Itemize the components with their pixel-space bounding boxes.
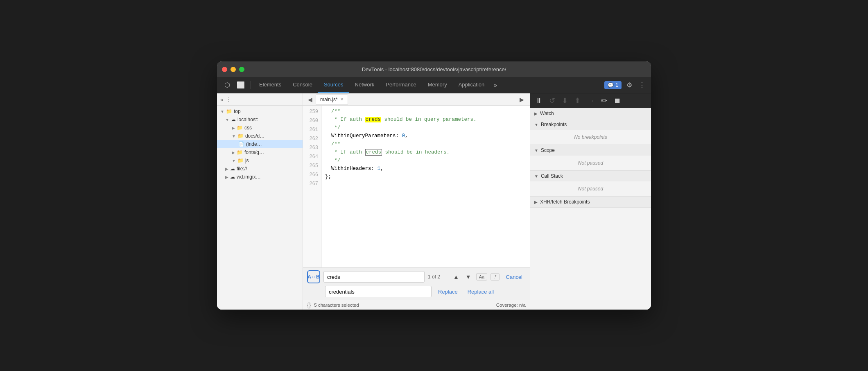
window-title: DevTools - localhost:8080/docs/devtools/… — [362, 66, 506, 72]
tree-item-localhost[interactable]: ▼ ☁ localhost: — [217, 115, 303, 124]
pause-button[interactable]: ⏸ — [533, 96, 544, 106]
no-breakpoints-text: No breakpoints — [574, 134, 607, 140]
step-into-button[interactable]: ⬇ — [560, 95, 570, 106]
call-stack-content: Not paused — [530, 181, 651, 196]
tree-item-docs[interactable]: ▼ 📁 docs/d… — [217, 132, 303, 140]
code-line-266: WithinHeaders: 1, — [325, 165, 527, 173]
find-replace-toggle-button[interactable]: A↔B — [307, 270, 320, 283]
badge-count: 1 — [615, 82, 618, 88]
call-stack-section-header[interactable]: ▼ Call Stack — [530, 171, 651, 181]
prev-match-button[interactable]: ▲ — [452, 273, 461, 281]
minimize-button[interactable] — [231, 67, 236, 72]
right-panel: ⏸ ↺ ⬇ ⬆ → ✏ ⏹ ▶ Watch — [530, 93, 651, 310]
step-button[interactable]: → — [585, 96, 596, 106]
step-over-button[interactable]: ↺ — [547, 95, 557, 106]
device-toggle-button[interactable]: ⬜ — [233, 79, 248, 90]
tree-item-top[interactable]: ▼ 📁 top — [217, 107, 303, 115]
coverage-status: Coverage: n/a — [496, 303, 526, 308]
cloud-icon: ☁ — [230, 166, 235, 172]
line-num-265: 265 — [303, 161, 321, 170]
run-script-button[interactable]: ▶ — [517, 95, 527, 104]
breakpoints-section-header[interactable]: ▼ Breakpoints — [530, 119, 651, 130]
tree-item-fonts[interactable]: ▶ 📁 fonts/g… — [217, 148, 303, 156]
tree-label: file:// — [237, 166, 247, 172]
traffic-lights — [222, 67, 244, 72]
tab-network[interactable]: Network — [349, 77, 380, 93]
chat-icon: 💬 — [608, 82, 614, 88]
file-tree-sidebar: « ⋮ ▼ 📁 top ▼ ☁ localhost: ▶ — [217, 93, 303, 310]
tree-label: css — [244, 125, 252, 131]
case-sensitive-button[interactable]: Aa — [476, 273, 487, 281]
tab-application[interactable]: Application — [453, 77, 491, 93]
call-stack-arrow-icon: ▼ — [534, 174, 538, 179]
arrow-icon: ▼ — [232, 134, 236, 138]
right-panel-sections: ▶ Watch ▼ Breakpoints No breakpoints — [530, 108, 651, 310]
cloud-icon: ☁ — [230, 174, 235, 180]
close-tab-icon[interactable]: ✕ — [340, 97, 344, 102]
stop-button[interactable]: ⏹ — [612, 96, 623, 106]
status-bar-left: {} 5 characters selected — [307, 302, 359, 308]
replace-all-button[interactable]: Replace all — [464, 288, 497, 296]
sidebar-more-button[interactable]: ⋮ — [226, 96, 232, 103]
tab-console[interactable]: Console — [287, 77, 318, 93]
code-content[interactable]: /** * If auth creds should be in query p… — [322, 106, 530, 267]
tab-memory[interactable]: Memory — [422, 77, 453, 93]
maximize-button[interactable] — [239, 67, 244, 72]
replace-button[interactable]: Replace — [435, 288, 461, 296]
toolbar-separator — [251, 81, 251, 89]
breakpoints-arrow-icon: ▼ — [534, 122, 538, 127]
replace-input[interactable] — [325, 286, 432, 297]
collapse-editor-button[interactable]: ◀ — [306, 95, 314, 104]
tree-item-js[interactable]: ▼ 📁 js — [217, 156, 303, 165]
watch-section-header[interactable]: ▶ Watch — [530, 108, 651, 119]
notifications-button[interactable]: 💬 1 — [604, 81, 622, 89]
code-editor: 259 260 261 262 263 264 265 266 267 /** … — [303, 106, 530, 267]
arrow-icon: ▶ — [225, 167, 228, 171]
tree-label: wd.imgix… — [237, 174, 261, 180]
breakpoints-label: Breakpoints — [541, 122, 567, 127]
line-num-262: 262 — [303, 134, 321, 143]
file-icon: 📄 — [238, 141, 244, 147]
collapse-all-button[interactable]: « — [220, 96, 224, 103]
settings-button[interactable]: ⚙ — [625, 79, 634, 90]
inspect-tool-button[interactable]: ⬡ — [221, 79, 233, 90]
tree-label: fonts/g… — [244, 149, 264, 155]
line-num-261: 261 — [303, 125, 321, 134]
editor-tab-main-js[interactable]: main.js* ✕ — [316, 94, 348, 105]
code-line-259: /** — [325, 107, 527, 115]
tab-bar: Elements Console Sources Network Perform… — [253, 77, 604, 93]
folder-icon: 📁 — [237, 158, 244, 163]
code-line-262: WithinQueryParameters: 0, — [325, 132, 527, 140]
scope-section-header[interactable]: ▼ Scope — [530, 145, 651, 156]
tree-item-file[interactable]: ▶ ☁ file:// — [217, 165, 303, 173]
devtools-window: DevTools - localhost:8080/docs/devtools/… — [217, 61, 651, 310]
arrow-icon: ▶ — [225, 175, 228, 179]
step-out-button[interactable]: ⬆ — [573, 95, 582, 106]
tab-sources[interactable]: Sources — [318, 77, 349, 93]
close-button[interactable] — [222, 67, 227, 72]
code-line-261: */ — [325, 124, 527, 132]
deactivate-breakpoints-button[interactable]: ✏ — [599, 95, 609, 106]
debug-toolbar: ⏸ ↺ ⬇ ⬆ → ✏ ⏹ — [530, 93, 651, 108]
more-options-button[interactable]: ⋮ — [637, 79, 647, 90]
scope-content: Not paused — [530, 156, 651, 170]
watch-section: ▶ Watch — [530, 108, 651, 119]
tree-item-index[interactable]: 📄 (inde… — [217, 140, 303, 148]
cloud-icon: ☁ — [231, 117, 236, 122]
file-tree: ▼ 📁 top ▼ ☁ localhost: ▶ 📁 css — [217, 106, 303, 310]
cancel-search-button[interactable]: Cancel — [503, 273, 526, 281]
scope-section: ▼ Scope Not paused — [530, 145, 651, 171]
tree-item-imgix[interactable]: ▶ ☁ wd.imgix… — [217, 173, 303, 181]
code-line-260: * If auth creds should be in query param… — [325, 115, 527, 124]
editor-tabs: ◀ main.js* ✕ ▶ — [303, 93, 530, 106]
more-tabs-button[interactable]: » — [490, 80, 500, 90]
regex-button[interactable]: .* — [491, 273, 499, 281]
number-1: 1 — [377, 166, 381, 172]
search-input[interactable] — [323, 271, 425, 283]
tab-performance[interactable]: Performance — [380, 77, 422, 93]
tree-item-css[interactable]: ▶ 📁 css — [217, 124, 303, 132]
folder-icon: 📁 — [237, 133, 244, 139]
xhr-breakpoints-section-header[interactable]: ▶ XHR/fetch Breakpoints — [530, 197, 651, 207]
tab-elements[interactable]: Elements — [253, 77, 287, 93]
next-match-button[interactable]: ▼ — [464, 273, 473, 281]
